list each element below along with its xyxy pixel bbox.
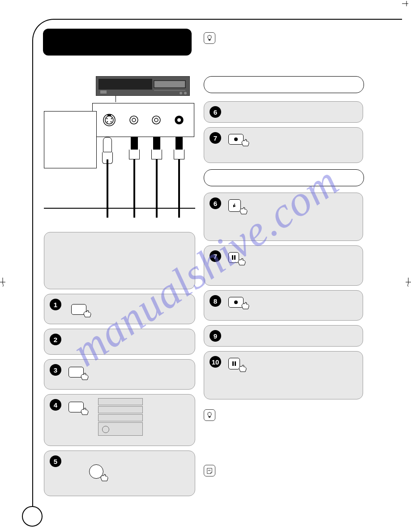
diagram-label-box	[44, 111, 97, 168]
step-6b: 6	[204, 193, 363, 241]
step-2: 2	[44, 329, 195, 355]
step-number: 3	[50, 364, 61, 376]
step-number: 10	[210, 356, 221, 368]
press-hand-icon	[82, 309, 94, 318]
step-number: 7	[210, 250, 221, 262]
svg-point-15	[132, 118, 136, 122]
svg-point-5	[180, 92, 182, 94]
step-number: 2	[50, 334, 61, 345]
step-7b: 7	[204, 245, 363, 286]
rca-plug-icon	[174, 137, 184, 159]
svg-point-8	[105, 116, 113, 124]
crop-mark-left	[0, 278, 5, 287]
step-number: 5	[50, 455, 61, 467]
svg-rect-2	[100, 90, 107, 94]
step-number: 4	[50, 399, 61, 411]
crop-mark-top-right	[402, 0, 411, 5]
step-number: 8	[210, 295, 221, 307]
onscreen-menu-mock	[98, 398, 143, 436]
svg-rect-1	[98, 79, 152, 90]
svg-point-6	[184, 92, 187, 94]
crop-mark-right	[406, 278, 411, 287]
section-pill	[204, 76, 364, 93]
rca-jack-icon	[151, 115, 161, 125]
step-10: 10	[204, 351, 363, 399]
step-3: 3	[44, 359, 195, 390]
svg-point-17	[154, 118, 158, 122]
press-hand-icon	[99, 473, 111, 482]
svg-rect-23	[234, 255, 235, 260]
svideo-plug-icon	[102, 137, 113, 164]
step-7a: 7	[204, 127, 363, 163]
press-hand-icon	[79, 372, 91, 381]
press-hand-icon	[236, 257, 248, 266]
rca-plug-icon	[151, 137, 162, 159]
step-number: 6	[210, 197, 221, 209]
step-number: 7	[210, 132, 221, 144]
press-hand-icon	[79, 407, 91, 416]
section-header	[43, 29, 192, 56]
step-number: 6	[210, 106, 221, 118]
svg-point-20	[234, 137, 238, 141]
step-6a: 6	[204, 101, 363, 123]
svg-point-13	[111, 121, 112, 123]
step-4: 4	[44, 394, 195, 446]
press-hand-icon	[240, 138, 252, 147]
svg-point-16	[152, 116, 160, 124]
svg-rect-22	[232, 255, 233, 260]
jack-panel	[92, 103, 194, 137]
step-9: 9	[204, 325, 363, 347]
section-pill	[204, 169, 364, 186]
svg-point-19	[177, 118, 181, 122]
press-hand-icon	[240, 301, 252, 310]
step-8: 8	[204, 290, 363, 321]
svg-rect-25	[232, 361, 234, 366]
svg-point-24	[234, 300, 238, 304]
svg-point-14	[130, 116, 138, 124]
svg-point-11	[111, 118, 112, 120]
lightbulb-icon	[204, 409, 215, 421]
lightbulb-icon	[204, 32, 215, 44]
step-1: 1	[44, 294, 195, 324]
rca-plug-icon	[129, 137, 140, 159]
note-icon	[204, 465, 215, 476]
svg-rect-3	[154, 81, 185, 88]
intro-box	[44, 232, 195, 289]
rca-jack-icon	[174, 115, 184, 125]
press-hand-icon	[238, 206, 250, 215]
svg-point-12	[107, 121, 108, 123]
svg-point-10	[107, 118, 108, 120]
step-number: 9	[210, 330, 221, 342]
svg-point-21	[234, 204, 235, 205]
svg-rect-26	[235, 361, 236, 366]
vcr-device-icon	[96, 76, 190, 96]
press-hand-icon	[237, 364, 249, 373]
connection-diagram	[44, 76, 196, 224]
step-number: 1	[50, 299, 61, 310]
svg-rect-9	[107, 115, 111, 116]
svideo-jack-icon	[103, 113, 116, 127]
rca-jack-icon	[129, 115, 139, 125]
step-5: 5	[44, 450, 195, 496]
